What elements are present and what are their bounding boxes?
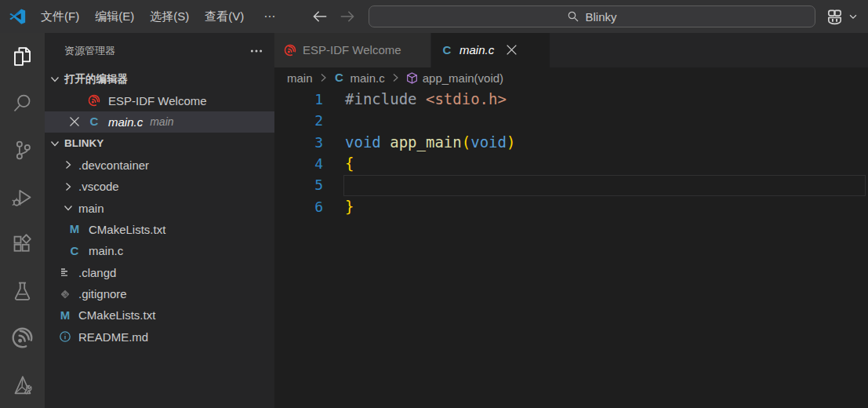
project-name-label: BLINKY — [64, 137, 104, 149]
tab-bar: ESP-IDF Welcome C main.c — [274, 33, 868, 67]
menu-edit[interactable]: 编辑(E) — [87, 0, 142, 33]
tab-label: main.c — [459, 43, 494, 56]
editor-group: ESP-IDF Welcome C main.c main C main.c — [274, 33, 868, 408]
activity-bar — [0, 33, 45, 408]
code-line-6: } — [345, 196, 354, 217]
symbol-namespace-icon — [405, 71, 419, 85]
tree-item-main-folder[interactable]: main — [45, 197, 274, 218]
tree-item-cmakelists-main[interactable]: M CMakeLists.txt — [45, 219, 274, 240]
open-editors-header[interactable]: 打开的编辑器 — [45, 68, 274, 89]
run-debug-icon — [11, 186, 34, 209]
arrow-right-icon — [339, 8, 356, 25]
git-file-icon — [59, 288, 71, 301]
line-number: 5 — [274, 174, 323, 195]
tree-item-cmakelists-root[interactable]: M CMakeLists.txt — [45, 304, 274, 326]
c-file-icon: C — [88, 115, 100, 128]
tree-item-gitignore[interactable]: .gitignore — [45, 283, 274, 304]
code-line-4: { — [345, 153, 354, 174]
info-file-icon — [59, 330, 71, 343]
activitybar-run-debug[interactable] — [0, 173, 45, 220]
line-number: 6 — [274, 196, 323, 217]
copilot-icon[interactable] — [826, 8, 844, 26]
c-file-icon: C — [441, 44, 453, 56]
command-center-search[interactable]: Blinky — [369, 5, 815, 27]
chevron-down-icon — [49, 137, 61, 150]
tab-label: ESP-IDF Welcome — [303, 43, 401, 56]
tree-item-label: .gitignore — [78, 287, 127, 301]
explorer-icon — [11, 45, 34, 67]
code-editor[interactable]: 1 #include <stdio.h> 2 3 void app_main(v… — [274, 89, 868, 408]
open-editor-label: main.c — [108, 115, 143, 129]
tree-item-vscode[interactable]: .vscode — [45, 176, 274, 197]
clangd-file-icon — [59, 266, 71, 279]
search-icon — [567, 10, 579, 23]
espressif-icon — [284, 44, 296, 56]
tree-item-main-c[interactable]: C main.c — [45, 240, 274, 261]
tree-item-label: README.md — [78, 330, 148, 344]
c-file-icon: C — [68, 245, 81, 257]
breadcrumb-folder[interactable]: main — [287, 71, 313, 85]
cmake-file-icon: M — [68, 223, 81, 235]
more-actions-icon[interactable] — [249, 44, 263, 58]
activitybar-extensions[interactable] — [0, 220, 45, 268]
chevron-down-icon — [62, 202, 74, 214]
tab-esp-idf-welcome[interactable]: ESP-IDF Welcome — [274, 33, 431, 67]
activitybar-explorer[interactable] — [0, 33, 45, 80]
search-big-icon — [11, 92, 34, 115]
breadcrumbs: main C main.c app_main(void) — [274, 67, 868, 89]
extensions-icon — [11, 232, 34, 255]
open-editor-esp-idf-welcome[interactable]: ESP-IDF Welcome — [45, 89, 274, 111]
menu-file[interactable]: 文件(F) — [33, 0, 87, 33]
espressif-icon — [88, 94, 100, 107]
close-icon[interactable] — [68, 115, 81, 128]
menu-more-button[interactable]: ⋯ — [254, 0, 285, 33]
chevron-right-icon — [317, 71, 329, 84]
testing-icon — [11, 279, 34, 302]
go-back-button[interactable] — [311, 7, 329, 26]
tree-item-label: .clangd — [78, 266, 116, 279]
c-file-icon: C — [333, 71, 346, 84]
activitybar-source-control[interactable] — [0, 127, 45, 174]
menu-selection[interactable]: 选择(S) — [142, 0, 197, 33]
activitybar-testing[interactable] — [0, 268, 45, 315]
tab-main-c[interactable]: C main.c — [431, 33, 550, 67]
activitybar-cmake[interactable] — [0, 361, 45, 408]
go-forward-button[interactable] — [338, 7, 357, 26]
line-number: 4 — [274, 153, 323, 174]
tree-item-label: .devcontainer — [78, 158, 149, 172]
chevron-right-icon — [62, 180, 74, 193]
open-editor-label: ESP-IDF Welcome — [108, 94, 207, 107]
title-bar: 文件(F) 编辑(E) 选择(S) 查看(V) ⋯ Blinky — [0, 0, 868, 33]
source-control-icon — [11, 139, 34, 162]
sidebar-title: 资源管理器 — [64, 44, 115, 58]
tree-item-label: .vscode — [78, 180, 119, 193]
line-number: 2 — [274, 110, 323, 131]
close-icon[interactable] — [505, 43, 518, 56]
project-section-header[interactable]: BLINKY — [45, 133, 274, 154]
vscode-logo-icon — [9, 9, 26, 25]
cmake-file-icon: M — [59, 309, 71, 322]
open-editor-description: main — [150, 115, 173, 128]
code-line-1: #include <stdio.h> — [345, 89, 507, 110]
line-number: 3 — [274, 132, 323, 153]
open-editors-label: 打开的编辑器 — [64, 72, 128, 86]
tree-item-readme[interactable]: README.md — [45, 326, 274, 348]
breadcrumb-file[interactable]: C main.c — [333, 71, 385, 85]
tree-item-devcontainer[interactable]: .devcontainer — [45, 155, 274, 176]
activitybar-search[interactable] — [0, 80, 45, 127]
line-number: 1 — [274, 89, 323, 110]
search-value: Blinky — [585, 10, 616, 24]
chevron-down-icon — [49, 73, 61, 86]
tree-item-clangd[interactable]: .clangd — [45, 262, 274, 283]
open-editor-main-c[interactable]: C main.c main — [45, 111, 274, 133]
menu-view[interactable]: 查看(V) — [197, 0, 252, 33]
menu-bar: 文件(F) 编辑(E) 选择(S) 查看(V) ⋯ — [33, 0, 285, 33]
code-line-3: void app_main(void) — [345, 132, 515, 153]
tree-item-label: CMakeLists.txt — [78, 308, 155, 322]
chevron-down-icon[interactable] — [848, 11, 859, 22]
tree-item-label: main.c — [89, 244, 123, 257]
activitybar-esp-idf[interactable] — [0, 315, 45, 362]
chevron-right-icon — [389, 71, 401, 84]
breadcrumb-symbol[interactable]: app_main(void) — [405, 71, 503, 85]
arrow-left-icon — [311, 8, 329, 25]
